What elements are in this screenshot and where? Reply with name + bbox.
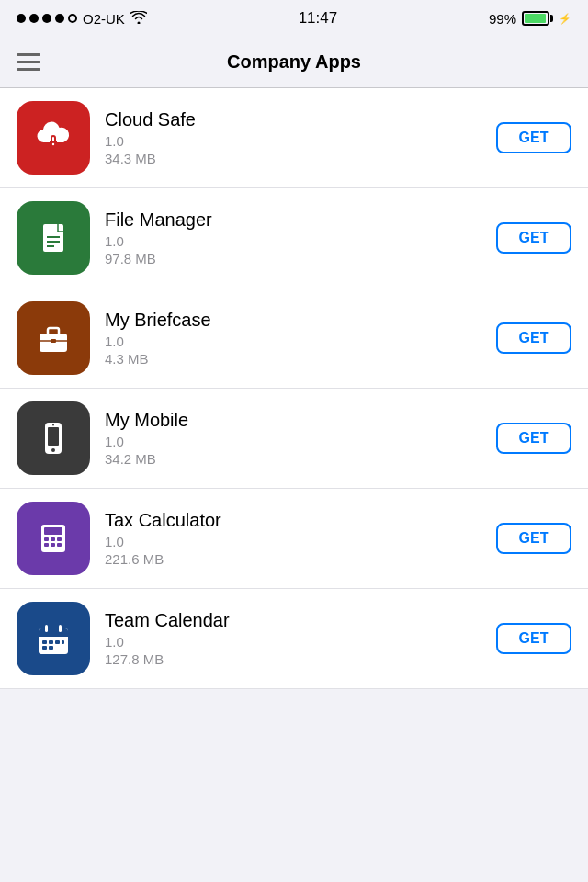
app-name: My Briefcase — [105, 310, 481, 331]
svg-rect-16 — [51, 537, 55, 541]
get-button-file-manager[interactable]: GET — [496, 222, 571, 254]
hamburger-line-3 — [17, 68, 40, 71]
battery-icon — [522, 11, 553, 26]
svg-rect-28 — [55, 640, 60, 644]
calendar-icon — [32, 617, 74, 660]
app-size: 127.8 MB — [105, 651, 481, 667]
signal-dot-2 — [29, 14, 39, 23]
app-version: 1.0 — [105, 133, 481, 149]
app-icon-tax-calculator — [17, 502, 90, 575]
app-name: Tax Calculator — [105, 510, 481, 531]
app-version: 1.0 — [105, 233, 481, 249]
app-version: 1.0 — [105, 434, 481, 449]
get-button-cloud-safe[interactable]: GET — [496, 122, 571, 153]
svg-rect-23 — [39, 633, 68, 637]
app-name: Cloud Safe — [105, 109, 481, 130]
signal-dot-5 — [68, 14, 77, 23]
status-right: 99% ⚡ — [489, 11, 571, 27]
carrier-label: O2-UK — [83, 11, 125, 27]
signal-dots — [17, 14, 77, 23]
svg-point-12 — [52, 424, 54, 426]
app-info-file-manager: File Manager 1.0 97.8 MB — [105, 209, 481, 266]
svg-rect-18 — [44, 543, 49, 547]
app-list: Cloud Safe 1.0 34.3 MB GET File Manager … — [0, 88, 588, 689]
svg-rect-24 — [45, 625, 48, 632]
app-version: 1.0 — [105, 534, 481, 549]
status-left: O2-UK — [17, 11, 147, 27]
charging-icon: ⚡ — [559, 13, 571, 25]
app-size: 221.6 MB — [105, 551, 481, 567]
get-button-my-mobile[interactable]: GET — [496, 423, 571, 454]
svg-rect-14 — [44, 527, 62, 535]
get-button-my-briefcase[interactable]: GET — [496, 322, 571, 354]
app-version: 1.0 — [105, 634, 481, 650]
status-bar: O2-UK 11:47 99% ⚡ — [0, 0, 588, 37]
list-item: File Manager 1.0 97.8 MB GET — [0, 188, 588, 288]
svg-rect-20 — [57, 543, 62, 547]
app-info-cloud-safe: Cloud Safe 1.0 34.3 MB — [105, 109, 481, 166]
app-icon-cloud-safe — [17, 101, 90, 175]
app-name: My Mobile — [105, 410, 481, 431]
app-name: Team Calendar — [105, 610, 481, 631]
app-size: 34.3 MB — [105, 151, 481, 166]
briefcase-icon — [32, 317, 74, 359]
svg-rect-8 — [51, 339, 56, 343]
hamburger-line-1 — [17, 53, 40, 56]
svg-rect-29 — [62, 640, 64, 644]
svg-rect-17 — [57, 537, 62, 541]
battery-percent: 99% — [489, 11, 516, 27]
svg-rect-26 — [42, 640, 47, 644]
signal-dot-3 — [42, 14, 51, 23]
mobile-icon — [32, 417, 74, 459]
time-display: 11:47 — [299, 9, 338, 28]
svg-rect-25 — [59, 625, 62, 632]
svg-rect-10 — [48, 427, 59, 446]
app-size: 4.3 MB — [105, 351, 481, 367]
menu-button[interactable] — [17, 53, 40, 71]
list-item: Tax Calculator 1.0 221.6 MB GET — [0, 489, 588, 589]
app-info-my-mobile: My Mobile 1.0 34.2 MB — [105, 410, 481, 467]
get-button-team-calendar[interactable]: GET — [496, 623, 571, 654]
list-item: My Briefcase 1.0 4.3 MB GET — [0, 288, 588, 389]
svg-rect-19 — [51, 543, 55, 547]
svg-point-1 — [52, 143, 54, 145]
app-icon-team-calendar — [17, 602, 90, 675]
app-name: File Manager — [105, 209, 481, 231]
svg-rect-15 — [44, 537, 49, 541]
nav-bar: Company Apps — [0, 37, 588, 88]
cloud-safe-icon — [32, 117, 74, 159]
svg-rect-27 — [49, 640, 53, 644]
app-size: 97.8 MB — [105, 251, 481, 266]
list-item: My Mobile 1.0 34.2 MB GET — [0, 389, 588, 489]
svg-point-11 — [51, 448, 55, 452]
page-title: Company Apps — [227, 51, 361, 73]
signal-dot-4 — [55, 14, 64, 23]
app-icon-my-briefcase — [17, 301, 90, 375]
app-size: 34.2 MB — [105, 451, 481, 467]
get-button-tax-calculator[interactable]: GET — [496, 523, 571, 554]
app-info-tax-calculator: Tax Calculator 1.0 221.6 MB — [105, 510, 481, 567]
svg-rect-30 — [42, 646, 47, 650]
app-info-team-calendar: Team Calendar 1.0 127.8 MB — [105, 610, 481, 667]
calculator-icon — [32, 517, 74, 560]
list-item: Team Calendar 1.0 127.8 MB GET — [0, 589, 588, 689]
app-icon-file-manager — [17, 201, 90, 275]
signal-dot-1 — [17, 14, 26, 23]
app-version: 1.0 — [105, 334, 481, 349]
wifi-icon — [130, 11, 147, 27]
app-icon-my-mobile — [17, 401, 90, 475]
svg-rect-31 — [49, 646, 53, 650]
list-item: Cloud Safe 1.0 34.3 MB GET — [0, 88, 588, 188]
app-info-my-briefcase: My Briefcase 1.0 4.3 MB — [105, 310, 481, 367]
hamburger-line-2 — [17, 61, 40, 63]
file-manager-icon — [32, 217, 74, 259]
